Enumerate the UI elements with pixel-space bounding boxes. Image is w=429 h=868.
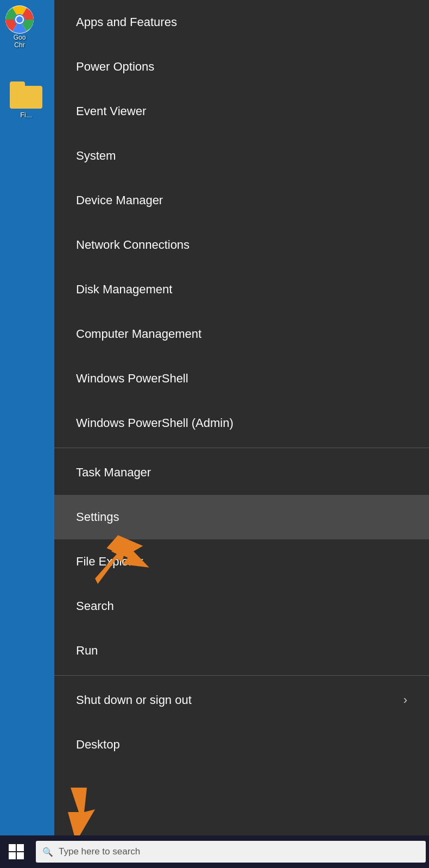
chrome-label-line1: Goo xyxy=(14,34,26,41)
chrome-icon[interactable] xyxy=(5,5,34,34)
menu-item-label-windows-powershell-admin: Windows PowerShell (Admin) xyxy=(76,416,234,430)
menu-item-settings[interactable]: Settings xyxy=(54,495,429,539)
menu-item-label-desktop: Desktop xyxy=(76,738,120,752)
menu-item-run[interactable]: Run xyxy=(54,628,429,673)
menu-item-search[interactable]: Search xyxy=(54,584,429,628)
menu-item-label-device-manager: Device Manager xyxy=(76,193,163,207)
menu-item-apps-features[interactable]: Apps and Features xyxy=(54,0,429,45)
chrome-label-line2: Chr xyxy=(14,41,24,49)
menu-item-power-options[interactable]: Power Options xyxy=(54,45,429,89)
menu-item-desktop[interactable]: Desktop xyxy=(54,722,429,767)
folder-icon-graphic xyxy=(10,81,42,109)
menu-item-windows-powershell[interactable]: Windows PowerShell xyxy=(54,356,429,401)
menu-item-label-network-connections: Network Connections xyxy=(76,238,190,252)
svg-rect-11 xyxy=(17,852,24,859)
menu-divider-divider1 xyxy=(54,448,429,448)
menu-item-label-search: Search xyxy=(76,599,114,613)
menu-item-label-apps-features: Apps and Features xyxy=(76,15,177,29)
menu-item-label-windows-powershell: Windows PowerShell xyxy=(76,372,188,386)
menu-item-windows-powershell-admin[interactable]: Windows PowerShell (Admin) xyxy=(54,401,429,445)
svg-point-4 xyxy=(16,16,23,23)
svg-rect-10 xyxy=(9,852,16,859)
svg-rect-8 xyxy=(9,844,16,851)
menu-item-file-explorer[interactable]: File Explorer xyxy=(54,539,429,584)
menu-item-disk-management[interactable]: Disk Management xyxy=(54,267,429,312)
context-menu: Apps and FeaturesPower OptionsEvent View… xyxy=(54,0,429,835)
taskbar-search-placeholder: Type here to search xyxy=(59,846,140,857)
menu-item-label-computer-management: Computer Management xyxy=(76,327,201,341)
menu-item-label-run: Run xyxy=(76,644,98,658)
menu-item-computer-management[interactable]: Computer Management xyxy=(54,312,429,356)
folder-icon-label: Fi... xyxy=(20,111,32,119)
desktop-folder-icon[interactable]: Fi... xyxy=(4,81,48,119)
menu-item-device-manager[interactable]: Device Manager xyxy=(54,178,429,223)
taskbar: 🔍 Type here to search xyxy=(0,835,429,868)
menu-item-system[interactable]: System xyxy=(54,134,429,178)
menu-item-event-viewer[interactable]: Event Viewer xyxy=(54,89,429,134)
chrome-icon-area: Goo Chr xyxy=(0,0,49,65)
menu-item-label-shut-down: Shut down or sign out xyxy=(76,693,192,707)
menu-item-arrow-shut-down: › xyxy=(403,693,407,707)
taskbar-search-icon: 🔍 xyxy=(42,847,53,857)
menu-divider-divider2 xyxy=(54,675,429,676)
menu-item-label-event-viewer: Event Viewer xyxy=(76,104,146,118)
menu-item-label-disk-management: Disk Management xyxy=(76,282,172,297)
menu-item-label-settings: Settings xyxy=(76,510,119,524)
menu-item-shut-down[interactable]: Shut down or sign out› xyxy=(54,678,429,722)
menu-item-task-manager[interactable]: Task Manager xyxy=(54,450,429,495)
menu-item-network-connections[interactable]: Network Connections xyxy=(54,223,429,267)
menu-item-label-system: System xyxy=(76,149,116,163)
menu-item-label-power-options: Power Options xyxy=(76,60,154,74)
menu-item-label-task-manager: Task Manager xyxy=(76,466,151,480)
menu-item-label-file-explorer: File Explorer xyxy=(76,555,143,569)
taskbar-search-bar[interactable]: 🔍 Type here to search xyxy=(36,841,426,863)
windows-logo-icon xyxy=(9,844,24,859)
start-button[interactable] xyxy=(0,835,33,868)
svg-rect-9 xyxy=(17,844,24,851)
